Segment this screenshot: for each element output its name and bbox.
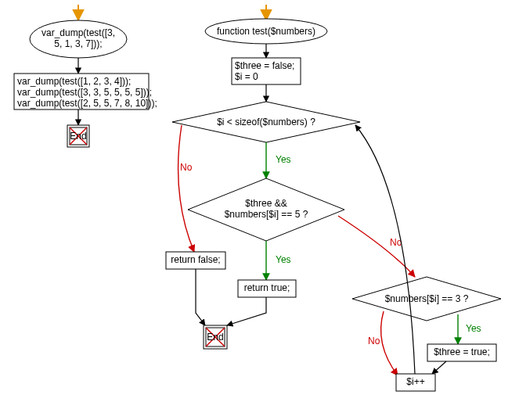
- right-func-label: function test($numbers): [217, 26, 315, 37]
- right-cond2a-label: $three &&: [245, 198, 287, 209]
- cond3-yes-label: Yes: [466, 323, 481, 334]
- left-calls-1: var_dump(test([3, 3, 5, 5, 5, 5]));: [17, 87, 152, 98]
- right-setthree-label: $three = true;: [434, 346, 490, 357]
- right-inc-label: $i++: [406, 376, 424, 387]
- flowchart-diagram: var_dump(test([3, 5, 1, 3, 7])); var_dum…: [0, 0, 519, 420]
- cond1-yes-label: Yes: [276, 154, 291, 165]
- right-cond1-label: $i < sizeof($numbers) ?: [217, 117, 315, 127]
- left-call1-label-1: var_dump(test([3,: [41, 27, 115, 38]
- right-init1-label: $three = false;: [235, 60, 294, 71]
- right-cond2b-label: $numbers[$i] == 5 ?: [225, 209, 308, 220]
- left-call1-label: 5, 1, 3, 7]));: [54, 38, 102, 49]
- cond2-yes-label: Yes: [276, 254, 291, 265]
- right-cond3-label: $numbers[$i] == 3 ?: [385, 293, 469, 304]
- right-init2-label: $i = 0: [235, 71, 258, 82]
- left-calls-2: var_dump(test([2, 5, 5, 7, 8, 10]));: [17, 98, 157, 109]
- right-end-label: End: [207, 332, 223, 343]
- left-calls-0: var_dump(test([1, 2, 3, 4]));: [17, 76, 131, 87]
- cond1-no-label: No: [180, 162, 193, 173]
- right-retfalse-label: return false;: [171, 254, 220, 265]
- right-rettrue-label: return true;: [244, 282, 290, 293]
- cond3-no-label: No: [368, 336, 380, 346]
- left-end-label: End: [70, 131, 86, 142]
